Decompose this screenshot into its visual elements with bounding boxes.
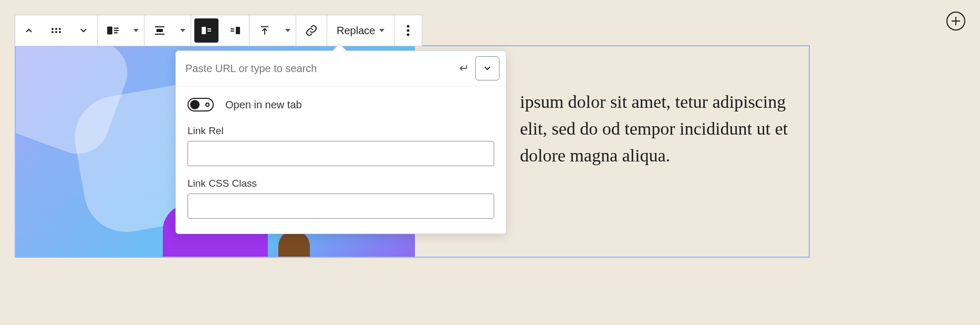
svg-rect-18 <box>236 27 240 34</box>
block-type-group <box>98 15 144 46</box>
move-up-button[interactable] <box>15 15 43 46</box>
triangle-down-icon <box>285 29 290 32</box>
media-right-icon <box>229 24 242 37</box>
triangle-down-icon <box>379 29 384 32</box>
vertical-align-group <box>249 15 296 46</box>
align-group <box>144 15 191 46</box>
link-rel-label: Link Rel <box>187 125 494 137</box>
open-new-tab-row: Open in new tab <box>187 98 494 111</box>
vertical-align-top-icon <box>259 25 270 36</box>
open-new-tab-label: Open in new tab <box>225 99 302 111</box>
toggle-knob <box>190 100 200 109</box>
drag-handle-icon <box>51 27 61 34</box>
triangle-down-icon <box>180 29 185 32</box>
url-input-row <box>176 51 506 86</box>
url-input[interactable] <box>185 58 450 79</box>
svg-point-1 <box>55 28 57 30</box>
replace-button[interactable]: Replace <box>327 15 394 46</box>
svg-point-4 <box>55 31 57 33</box>
toggle-indicator <box>205 103 210 107</box>
move-down-button[interactable] <box>70 15 97 46</box>
svg-rect-10 <box>155 26 164 27</box>
block-toolbar: Replace <box>15 15 422 46</box>
more-group <box>394 15 422 46</box>
align-button[interactable] <box>144 15 175 46</box>
link-css-class-input[interactable] <box>187 194 494 219</box>
svg-rect-11 <box>157 29 163 32</box>
chevron-down-icon <box>79 26 88 35</box>
open-new-tab-toggle[interactable] <box>187 98 214 111</box>
link-settings: Open in new tab Link Rel Link CSS Class <box>176 86 506 219</box>
chevron-down-icon <box>483 64 492 73</box>
svg-rect-6 <box>107 26 112 34</box>
link-group <box>296 15 327 46</box>
svg-point-5 <box>59 31 61 33</box>
media-position-group <box>191 15 249 46</box>
decorative-shape <box>278 230 310 257</box>
block-type-dropdown[interactable] <box>128 29 144 32</box>
align-wide-icon <box>153 24 166 37</box>
media-right-button[interactable] <box>222 15 249 46</box>
svg-rect-16 <box>231 28 234 29</box>
svg-point-3 <box>51 31 54 33</box>
vertical-align-dropdown[interactable] <box>280 29 296 32</box>
svg-point-20 <box>407 25 410 28</box>
svg-rect-9 <box>114 32 118 33</box>
paragraph-text[interactable]: ipsum dolor sit amet, tetur adipiscing e… <box>520 88 793 169</box>
more-vertical-icon <box>406 25 410 36</box>
svg-point-2 <box>59 28 61 30</box>
link-css-class-label: Link CSS Class <box>187 178 494 189</box>
svg-point-0 <box>51 28 54 30</box>
submit-link-button[interactable] <box>455 61 470 76</box>
media-text-block-icon <box>106 24 120 37</box>
svg-rect-19 <box>261 26 269 27</box>
svg-point-22 <box>407 34 410 36</box>
drag-handle-button[interactable] <box>43 15 70 46</box>
svg-point-21 <box>407 29 410 32</box>
vertical-align-button[interactable] <box>249 15 280 46</box>
svg-rect-15 <box>207 31 211 32</box>
block-type-button[interactable] <box>98 15 128 46</box>
add-block-button[interactable] <box>946 12 965 31</box>
link-settings-toggle[interactable] <box>475 56 499 80</box>
more-options-button[interactable] <box>394 15 422 46</box>
svg-rect-8 <box>114 30 119 31</box>
svg-rect-14 <box>207 28 211 29</box>
replace-label: Replace <box>337 25 375 37</box>
enter-icon <box>457 63 468 74</box>
svg-rect-12 <box>155 34 164 35</box>
link-rel-input[interactable] <box>187 141 494 166</box>
link-button[interactable] <box>296 15 327 46</box>
align-dropdown[interactable] <box>175 29 191 32</box>
mover-group <box>15 15 98 46</box>
link-popover: Open in new tab Link Rel Link CSS Class <box>175 50 506 234</box>
replace-group: Replace <box>327 15 394 46</box>
media-left-icon <box>200 24 213 37</box>
svg-rect-17 <box>231 31 234 32</box>
chevron-up-icon <box>24 26 34 35</box>
link-icon <box>305 24 318 37</box>
triangle-down-icon <box>133 29 139 32</box>
svg-rect-7 <box>114 28 119 29</box>
media-left-button[interactable] <box>194 18 218 43</box>
svg-rect-13 <box>202 27 206 34</box>
